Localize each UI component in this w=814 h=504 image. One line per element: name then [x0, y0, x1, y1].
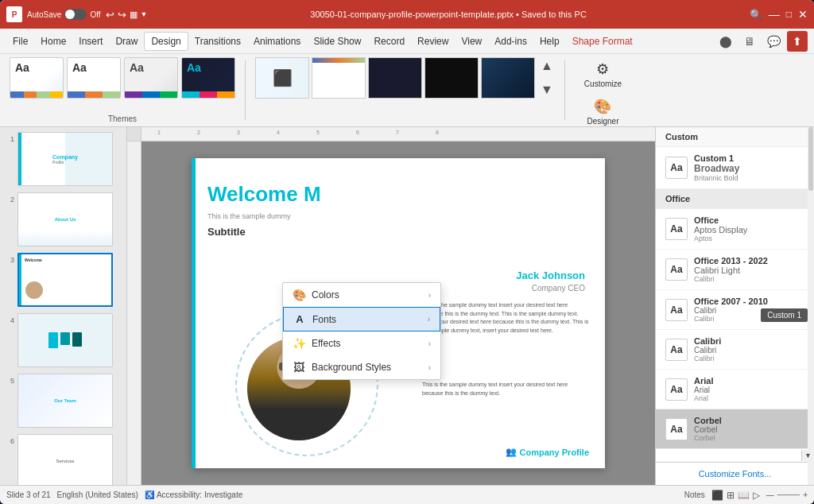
slide-img-4 — [17, 313, 113, 367]
zoom-out-btn[interactable]: — — [766, 490, 774, 499]
dropdown-background[interactable]: 🖼 Background Styles › — [283, 355, 440, 379]
customize-fonts-btn[interactable]: Customize Fonts... — [656, 462, 814, 485]
redo-icon[interactable]: ↪ — [118, 9, 126, 21]
font-name-custom1-sub: Britannic Bold — [694, 174, 804, 182]
accessibility-btn[interactable]: ♿ Accessibility: Investigate — [145, 490, 242, 499]
record-btn-icon[interactable]: ⬤ — [715, 31, 736, 52]
customize-designer: ⚙ Customize 🎨 Designer — [578, 57, 628, 123]
theme-thumb-3[interactable]: Aa — [124, 57, 178, 99]
font-name-calibri-main: Calibri — [694, 336, 804, 346]
design-thumb-4[interactable] — [424, 57, 479, 99]
menu-review[interactable]: Review — [411, 33, 455, 50]
font-item-arial[interactable]: Aa Arial Arial Arial — [656, 370, 814, 409]
quick-access-icon[interactable]: ▦ — [130, 10, 138, 20]
filename: 30050-01-company-profile-powerpoint-temp… — [310, 10, 586, 19]
maximize-btn[interactable]: □ — [786, 9, 792, 20]
font-item-custom1[interactable]: Aa Custom 1 Broadway Britannic Bold — [656, 147, 814, 189]
designer-btn[interactable]: 🎨 Designer — [580, 95, 625, 129]
menu-transitions[interactable]: Transitions — [188, 33, 247, 50]
dropdown-effects[interactable]: ✨ Effects › — [283, 331, 440, 355]
zoom-controls: — ──── + — [766, 490, 808, 499]
autosave-label: AutoSave — [27, 10, 61, 19]
welcome-text: Welcome M — [207, 182, 321, 207]
font-name-office-display: Aptos Display — [694, 225, 804, 235]
font-aa-office2007: Aa — [665, 299, 688, 321]
ruler-corner — [127, 127, 141, 142]
font-info-office: Office Aptos Display Aptos — [694, 215, 804, 242]
menu-right: ⬤ 🖥 💬 ⬆ — [715, 31, 808, 52]
accessibility-label: Accessibility: Investigate — [157, 490, 242, 499]
screen-icon[interactable]: 🖥 — [739, 31, 760, 52]
font-name-calibri-display: Calibri — [694, 346, 804, 355]
comment-icon[interactable]: 💬 — [763, 31, 784, 52]
font-item-calibri[interactable]: Aa Calibri Calibri Calibri — [656, 330, 814, 370]
themes-label: Themes — [10, 114, 235, 123]
body-text-2: This is the sample dummy text insert you… — [422, 381, 589, 397]
menu-animations[interactable]: Animations — [247, 33, 307, 50]
ruler-top: 1 2 3 4 5 6 7 8 — [127, 127, 655, 142]
font-item-office[interactable]: Aa Office Aptos Display Aptos — [656, 209, 814, 250]
dropdown-icon[interactable]: ▼ — [141, 10, 148, 18]
close-btn[interactable]: ✕ — [798, 8, 808, 21]
autosave-toggle[interactable] — [64, 9, 87, 20]
slide-thumb-4[interactable]: 4 — [3, 312, 123, 369]
menu-record[interactable]: Record — [367, 33, 411, 50]
minimize-btn[interactable]: — — [769, 9, 780, 20]
slide-thumb-3[interactable]: 3 Welcome — [3, 251, 123, 308]
scroll-down-arrow[interactable]: ▼ — [539, 81, 555, 99]
slide-thumb-1[interactable]: 1 Company Profile — [3, 130, 123, 188]
dropdown-colors[interactable]: 🎨 Colors › — [283, 283, 440, 307]
slide-thumb-6[interactable]: 6 Services — [3, 432, 123, 485]
font-item-corbel[interactable]: Aa Corbel Corbel Corbel — [656, 409, 814, 449]
font-item-office2013[interactable]: Aa Office 2013 - 2022 Calibri Light Cali… — [656, 250, 814, 290]
panel-scrollbar[interactable] — [808, 127, 814, 485]
menu-help[interactable]: Help — [533, 33, 566, 50]
normal-view-icon[interactable]: ⬛ — [711, 490, 723, 501]
slide-thumb-5[interactable]: 5 Our Team — [3, 372, 123, 429]
font-name-corbel-main: Corbel — [694, 416, 804, 425]
menu-draw[interactable]: Draw — [109, 33, 144, 50]
colors-icon: 🎨 — [293, 289, 305, 301]
menu-addins[interactable]: Add-ins — [488, 33, 533, 50]
customize-label: Customize — [584, 79, 622, 88]
slide-sorter-icon[interactable]: ⊞ — [727, 490, 735, 501]
dropdown-fonts[interactable]: A Fonts › — [283, 307, 440, 331]
menu-home[interactable]: Home — [34, 33, 72, 50]
menu-slideshow[interactable]: Slide Show — [307, 33, 367, 50]
scrollbar-thumb — [808, 127, 813, 191]
effects-label: Effects — [312, 338, 340, 349]
font-name-office-sub: Aptos — [694, 235, 804, 242]
menu-file[interactable]: File — [6, 33, 34, 50]
menu-view[interactable]: View — [455, 33, 488, 50]
zoom-slider[interactable]: ──── — [777, 490, 800, 499]
title-bar-left: P AutoSave Off ↩ ↪ ▦ ▼ — [6, 6, 147, 22]
scroll-up-arrow[interactable]: ▲ — [539, 57, 555, 75]
design-thumb-2[interactable] — [312, 57, 366, 99]
undo-redo: ↩ ↪ ▦ ▼ — [106, 9, 148, 21]
design-thumb-5[interactable] — [481, 57, 535, 99]
slide-thumb-2[interactable]: 2 About Us — [3, 191, 123, 248]
font-aa-arial: Aa — [665, 378, 688, 401]
background-arrow: › — [428, 363, 431, 372]
menu-insert[interactable]: Insert — [72, 33, 109, 50]
menu-design[interactable]: Design — [144, 32, 188, 51]
customize-icon: ⚙ — [596, 60, 609, 78]
background-label: Background Styles — [312, 362, 391, 373]
reading-view-icon[interactable]: 📖 — [738, 490, 750, 501]
customize-btn[interactable]: ⚙ Customize — [578, 57, 628, 91]
theme-thumb-1[interactable]: Aa — [10, 57, 64, 99]
search-icon[interactable]: 🔍 — [750, 9, 762, 21]
zoom-in-btn[interactable]: + — [803, 490, 808, 499]
share-btn[interactable]: ⬆ — [787, 31, 808, 52]
slideshow-icon[interactable]: ▷ — [753, 490, 760, 501]
theme-thumb-4[interactable]: Aa — [181, 57, 235, 99]
undo-icon[interactable]: ↩ — [106, 9, 114, 21]
slide-panel: 1 Company Profile 2 About Us — [0, 127, 127, 485]
design-thumb-3[interactable] — [368, 57, 422, 99]
colors-label: Colors — [312, 289, 339, 300]
scroll-down-btn[interactable]: ▼ — [801, 450, 814, 461]
notes-btn[interactable]: Notes — [684, 490, 705, 499]
theme-thumb-2[interactable]: Aa — [67, 57, 121, 99]
fonts-icon: A — [293, 313, 306, 325]
design-thumb-1[interactable]: ⬛ — [255, 57, 309, 99]
